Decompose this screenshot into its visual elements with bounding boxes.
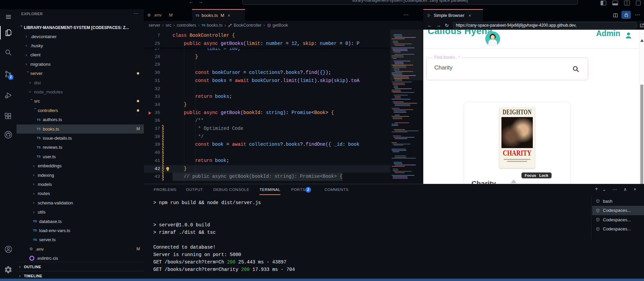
code-line-42[interactable]: 42 } <box>144 165 390 173</box>
tab-comments[interactable]: COMMENTS <box>325 188 348 192</box>
tab-terminal[interactable]: TERMINAL <box>259 188 280 192</box>
scrollbar-thumb[interactable] <box>640 85 643 184</box>
panel-more-actions-icon[interactable]: ⋯ <box>612 187 617 192</box>
close-icon[interactable]: × <box>227 13 230 18</box>
tree-item-books.ts[interactable]: TSbooks.tsM <box>17 124 144 134</box>
tree-item-.devcontainer[interactable]: ›.devcontainer <box>17 32 144 41</box>
admin-user-icon[interactable] <box>624 31 633 40</box>
breadcrumb-getbook[interactable]: getBook <box>273 23 288 28</box>
book-card[interactable]: DEIGHTON CHARITY Charity <box>464 102 571 184</box>
breadcrumb-bookcontroller[interactable]: BookController <box>234 23 262 28</box>
terminal-list-item[interactable]: Codespaces... <box>592 215 644 225</box>
tree-item-authors.ts[interactable]: TSauthors.ts <box>17 115 144 124</box>
tree-item-reviews.ts[interactable]: TSreviews.ts <box>17 143 144 152</box>
code-line-28[interactable]: 28 } <box>144 53 390 61</box>
code-line-43[interactable]: 43 // public async getBook(bookId: strin… <box>144 173 390 181</box>
terminal-dropdown-icon[interactable]: ⌄ <box>602 187 606 192</box>
extensions-icon[interactable] <box>0 109 17 123</box>
tree-item-node_modules[interactable]: ›node_modules <box>17 87 144 96</box>
browser-back-icon[interactable]: ← <box>427 23 432 28</box>
code-line-31[interactable]: 31 const books = await bookCursor.limit(… <box>144 77 390 85</box>
history-back-icon[interactable]: ← <box>189 0 194 4</box>
tab-simple-browser[interactable]: Simple Browser × <box>423 9 483 21</box>
tab-problems[interactable]: PROBLEMS <box>154 188 177 192</box>
page-search-icon[interactable] <box>572 65 580 73</box>
source-control-icon[interactable]: 2 <box>0 66 17 81</box>
lock-icon[interactable] <box>621 11 631 19</box>
settings-gear-icon[interactable] <box>0 262 17 277</box>
code-line-33[interactable]: 33 return books; <box>144 93 390 101</box>
toggle-secondary-sidebar-icon[interactable] <box>624 1 630 5</box>
breadcrumb-src[interactable]: src <box>166 23 172 28</box>
sidebar-section-timeline[interactable]: ›TIMELINE <box>17 271 144 279</box>
code-line-38[interactable]: 38 */ <box>144 133 390 141</box>
code-line-40[interactable]: 40 <box>144 149 390 157</box>
code-line-36[interactable]: 36 /** <box>144 117 390 125</box>
run-debug-icon[interactable] <box>0 88 17 103</box>
code-line-7[interactable]: 7class BookController { <box>144 32 390 40</box>
code-line-41[interactable]: 41 return book; <box>144 157 390 165</box>
tree-item-issue-details.ts[interactable]: TSissue-details.ts <box>17 134 144 143</box>
breadcrumb-controllers[interactable]: controllers <box>177 23 196 28</box>
brand-title[interactable]: Callous Hyena <box>428 30 493 36</box>
tree-item-dist[interactable]: ›dist <box>17 78 144 87</box>
tree-item-server[interactable]: ›server <box>17 69 144 78</box>
tree-item-load-env-vars.ts[interactable]: TSload-env-vars.ts <box>17 226 144 235</box>
code-editor[interactable]: 27 limit = 100;28 }2930 const bookCursor… <box>144 30 390 184</box>
tree-item-database.ts[interactable]: TSdatabase.ts <box>17 217 144 226</box>
terminal-output[interactable]: > npm run build && node dist/server.js> … <box>153 199 588 277</box>
admin-label[interactable]: Admin <box>596 30 620 38</box>
code-line-29[interactable]: 29 <box>144 61 390 69</box>
github-icon[interactable] <box>0 127 17 142</box>
tree-item-embeddings[interactable]: ›embeddings <box>17 161 144 170</box>
tree-item-client[interactable]: ›client <box>17 50 144 59</box>
tree-item-models[interactable]: ›models <box>17 180 144 189</box>
sidebar-section-outline[interactable]: ›OUTLINE <box>17 262 144 271</box>
scroll-up-icon[interactable] <box>640 39 644 42</box>
code-line-25[interactable]: 25 public async getBooks(limit: number =… <box>144 40 390 48</box>
minimap[interactable] <box>390 30 423 184</box>
command-center-search[interactable]: library-management-system [Codespaces: z… <box>242 0 578 5</box>
lightbulb-icon[interactable] <box>166 167 169 170</box>
find-books-value[interactable]: Charity <box>434 64 453 71</box>
split-editor-icon[interactable] <box>611 11 619 19</box>
tree-item-user.ts[interactable]: TSuser.ts <box>17 152 144 161</box>
code-line-39[interactable]: 39 const book = await collections?.books… <box>144 141 390 149</box>
status-bar[interactable] <box>0 279 644 281</box>
tree-item-controllers[interactable]: ›controllers <box>17 106 144 115</box>
account-icon[interactable] <box>0 242 17 257</box>
url-input[interactable]: https://zany-space-parakeet-94jx66j9jgvh… <box>453 22 637 29</box>
tree-item-server.ts[interactable]: TSserver.ts <box>17 235 144 244</box>
close-panel-icon[interactable]: × <box>634 187 636 192</box>
history-forward-icon[interactable]: → <box>198 0 203 4</box>
code-line-30[interactable]: 30 const bookCursor = collections?.books… <box>144 69 390 77</box>
tab-debug-console[interactable]: DEBUG CONSOLE <box>213 188 249 192</box>
tab-books-ts[interactable]: TS books.ts M × <box>192 9 245 21</box>
breadcrumb-books-ts[interactable]: books.ts <box>207 23 223 28</box>
tree-item-utils[interactable]: ›utils <box>17 207 144 217</box>
tab-env[interactable]: ⚙ .env M <box>144 9 192 21</box>
browser-forward-icon[interactable]: → <box>436 23 441 28</box>
tree-item-.env[interactable]: ⚙.envM <box>17 245 144 254</box>
toggle-sidebar-icon[interactable] <box>601 1 606 5</box>
tab-output[interactable]: OUTPUT <box>186 188 203 192</box>
menu-icon[interactable] <box>0 9 17 24</box>
tree-root-folder[interactable]: › LIBRARY-MANAGEMENT-SYSTEM [CODESPACES:… <box>17 23 144 32</box>
tree-item-.husky[interactable]: ›.husky <box>17 41 144 50</box>
code-line-34[interactable]: 34 } <box>144 101 390 109</box>
breadcrumb-server[interactable]: server <box>149 23 160 28</box>
terminal-list-item[interactable]: bash <box>592 197 644 206</box>
maximize-panel-icon[interactable]: ∧ <box>623 187 627 192</box>
terminal-list-item[interactable]: Codespaces... <box>592 206 644 215</box>
code-line-32[interactable]: 32 <box>144 85 390 93</box>
search-icon[interactable] <box>0 45 17 60</box>
browser-reload-icon[interactable]: ↻ <box>445 23 449 28</box>
tree-item-indexing[interactable]: ›indexing <box>17 171 144 180</box>
page-scrollbar[interactable] <box>639 30 644 184</box>
breadcrumb[interactable]: server› src› controllers› TS books.ts› B… <box>144 21 423 30</box>
code-line-37[interactable]: 37 * Optimized Code <box>144 125 390 133</box>
tree-item-schema-validation[interactable]: ›schema-validation <box>17 198 144 207</box>
tree-item-migrations[interactable]: ›migrations <box>17 60 144 69</box>
browser-more-actions-icon[interactable]: ⋯ <box>635 12 640 18</box>
terminal-list-item[interactable]: Codespaces... <box>592 224 644 234</box>
